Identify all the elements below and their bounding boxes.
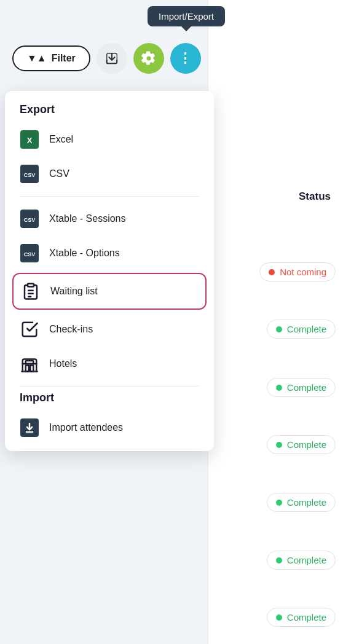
check-ins-label: Check-ins [49, 324, 93, 335]
waiting-list-icon [21, 281, 41, 301]
csv-label: CSV [49, 168, 69, 179]
status-badge-complete-3: Complete [267, 435, 336, 454]
svg-rect-15 [30, 366, 33, 372]
dot-red [269, 269, 275, 275]
filter-icon: ▼▲ [27, 53, 47, 64]
complete-label-1: Complete [287, 324, 326, 334]
xtable-sessions-icon: CSV [20, 209, 39, 229]
filter-button[interactable]: ▼▲ Filter [12, 45, 90, 71]
settings-button[interactable] [133, 43, 164, 74]
waiting-list-label: Waiting list [50, 286, 98, 297]
complete-label-3: Complete [287, 439, 326, 450]
download-icon [105, 52, 119, 65]
import-section-label: Import [5, 391, 214, 410]
dropdown-menu: Export X Excel CSV CSV CSV Xtable [5, 91, 214, 451]
menu-item-import-attendees[interactable]: Import attendees [5, 410, 214, 445]
export-section-label: Export [5, 103, 214, 122]
complete-label-2: Complete [287, 382, 326, 393]
settings-icon [141, 51, 156, 66]
import-attendees-icon [20, 418, 39, 438]
not-coming-label: Not coming [280, 267, 326, 277]
svg-text:CSV: CSV [24, 172, 36, 178]
divider-2 [20, 386, 199, 387]
xtable-sessions-label: Xtable - Sessions [49, 213, 126, 224]
xtable-options-icon: CSV [20, 243, 39, 263]
excel-icon: X [20, 130, 39, 149]
import-attendees-label: Import attendees [49, 422, 123, 433]
status-badge-complete-1: Complete [267, 320, 336, 339]
csv-icon: CSV [20, 164, 39, 184]
import-export-tooltip: Import/Export [148, 6, 225, 26]
xtable-options-label: Xtable - Options [49, 248, 120, 259]
divider-1 [20, 196, 199, 197]
status-badge-complete-5: Complete [267, 551, 336, 570]
status-header: Status [299, 190, 331, 203]
dot-green-1 [276, 326, 282, 332]
checkin-icon [20, 320, 39, 339]
svg-text:X: X [27, 136, 33, 145]
more-icon: ⋮ [178, 50, 192, 66]
dot-green-5 [276, 557, 282, 564]
dot-green-6 [276, 615, 282, 621]
menu-item-excel[interactable]: X Excel [5, 122, 214, 157]
dot-green-4 [276, 500, 282, 506]
hotel-icon [20, 354, 39, 374]
complete-label-4: Complete [287, 497, 326, 508]
status-column: Status Not coming Complete Complete Comp… [208, 0, 343, 644]
complete-label-6: Complete [287, 612, 326, 622]
status-badge-complete-2: Complete [267, 378, 336, 397]
more-options-button[interactable]: ⋮ [170, 43, 201, 74]
complete-label-5: Complete [287, 555, 326, 565]
menu-item-csv[interactable]: CSV CSV [5, 157, 214, 191]
status-badge-not-coming: Not coming [259, 262, 336, 281]
menu-item-xtable-options[interactable]: CSV Xtable - Options [5, 236, 214, 270]
menu-item-hotels[interactable]: Hotels [5, 347, 214, 381]
excel-label: Excel [49, 134, 73, 145]
import-export-button[interactable] [97, 43, 127, 74]
svg-rect-16 [26, 361, 34, 364]
filter-label: Filter [52, 53, 76, 64]
svg-rect-14 [26, 366, 29, 372]
svg-rect-10 [28, 284, 34, 287]
status-badge-complete-4: Complete [267, 493, 336, 512]
menu-item-check-ins[interactable]: Check-ins [5, 312, 214, 347]
toolbar: ▼▲ Filter ⋮ [0, 43, 343, 74]
svg-text:CSV: CSV [24, 251, 36, 257]
dot-green-3 [276, 442, 282, 448]
menu-item-waiting-list[interactable]: Waiting list [12, 273, 207, 310]
status-badge-complete-6: Complete [267, 608, 336, 627]
svg-text:CSV: CSV [24, 217, 36, 223]
dot-green-2 [276, 385, 282, 391]
hotels-label: Hotels [49, 358, 77, 369]
menu-item-xtable-sessions[interactable]: CSV Xtable - Sessions [5, 202, 214, 236]
